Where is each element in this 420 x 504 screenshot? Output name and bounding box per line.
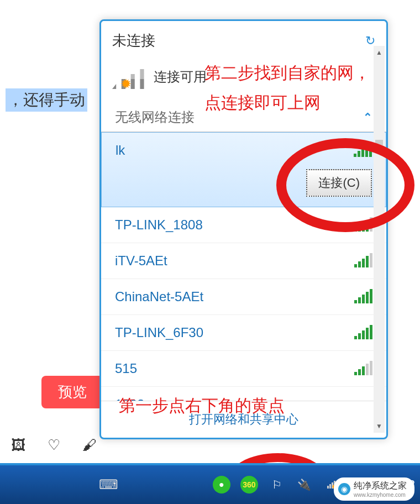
background-text: ，还得手动 <box>6 88 87 112</box>
network-item[interactable]: TP-LINK_1808 <box>101 207 386 243</box>
network-name: TP-LINK_1808 <box>115 217 203 233</box>
network-item[interactable]: iTV-5AEt <box>101 243 386 279</box>
panel-title: 未连接 <box>112 31 155 50</box>
chevron-up-icon: ⌃ <box>363 111 372 124</box>
scroll-thumb[interactable] <box>375 140 383 145</box>
network-flyout: 未连接 ↻ 连接可用 无线网络连接 ⌃ lk 连接(C) TP-LINK_180… <box>99 19 388 439</box>
network-name: ChinaNet-5AEt <box>115 289 203 305</box>
signal-bars-icon <box>354 218 372 232</box>
preview-button[interactable]: 预览 <box>41 376 103 408</box>
wireless-section-header[interactable]: 无线网络连接 ⌃ <box>101 103 386 132</box>
signal-bars-icon <box>354 362 372 375</box>
network-center-link[interactable]: 打开网络和共享中心 <box>101 401 386 438</box>
brush-icon[interactable]: 🖌 <box>82 437 97 454</box>
wechat-icon[interactable]: ● <box>213 476 230 494</box>
network-name: 515 <box>115 361 137 376</box>
network-name: iTV-5AEt <box>115 253 167 269</box>
scroll-down-icon[interactable]: ▼ <box>376 422 382 430</box>
signal-bars-icon <box>354 144 372 157</box>
watermark: ◉ 纯净系统之家 www.kzmyhome.com <box>334 477 414 501</box>
connect-button[interactable]: 连接(C) <box>306 169 372 197</box>
scroll-up-icon[interactable]: ▲ <box>376 49 382 56</box>
network-item[interactable]: 515 <box>101 351 386 387</box>
network-item[interactable]: ChinaNet-5AEt <box>101 279 386 315</box>
network-item[interactable]: 1702 <box>101 387 386 401</box>
wireless-label: 无线网络连接 <box>115 108 195 126</box>
image-icon[interactable]: 🖼 <box>11 437 25 454</box>
connections-available-label: 连接可用 <box>154 68 207 86</box>
watermark-title: 纯净系统之家 <box>354 480 407 492</box>
security-icon[interactable]: 360 <box>240 476 258 494</box>
signal-bars-icon <box>354 254 372 267</box>
network-item[interactable]: TP-LINK_6F30 <box>101 315 386 351</box>
network-name: 1702 <box>115 397 144 401</box>
signal-large-icon <box>112 64 145 89</box>
signal-bars-icon <box>354 290 372 303</box>
action-center-icon[interactable]: ⚐ <box>268 476 286 494</box>
scrollbar[interactable]: ▲ ▼ <box>374 46 385 433</box>
watermark-url: www.kzmyhome.com <box>354 492 407 498</box>
signal-bars-icon <box>354 326 372 339</box>
network-name: lk <box>116 143 125 158</box>
network-name: TP-LINK_6F30 <box>115 325 203 340</box>
heart-icon[interactable]: ♡ <box>48 437 60 454</box>
network-item-selected[interactable]: lk 连接(C) <box>101 132 386 207</box>
watermark-logo-icon: ◉ <box>338 483 350 495</box>
power-icon[interactable]: 🔌 <box>296 476 313 494</box>
keyboard-icon[interactable]: ⌨ <box>99 476 117 494</box>
network-list: lk 连接(C) TP-LINK_1808 iTV-5AEt ChinaNet-… <box>101 132 386 401</box>
icon-row: 🖼 ♡ 🖌 <box>11 437 97 454</box>
